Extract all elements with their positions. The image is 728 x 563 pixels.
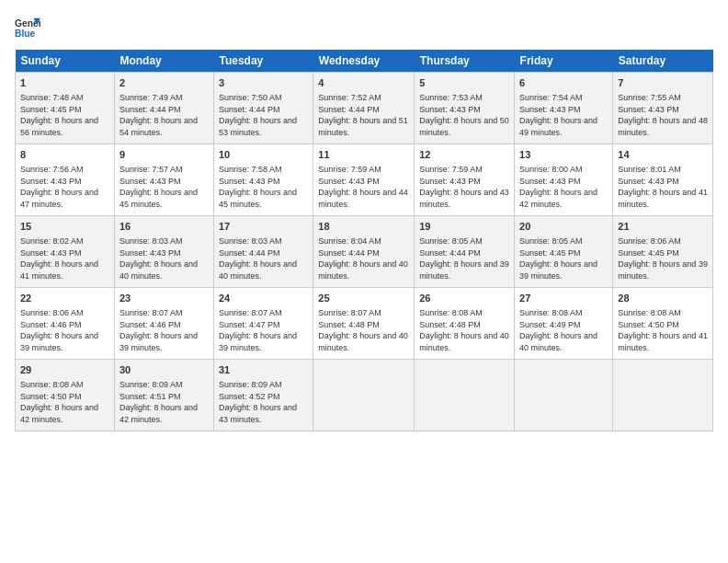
sunset: Sunset: 4:43 PM [519, 177, 581, 186]
sunrise: Sunrise: 7:58 AM [219, 165, 282, 174]
daylight: Daylight: 8 hours and 39 minutes. [119, 331, 198, 352]
sunset: Sunset: 4:48 PM [419, 320, 481, 329]
daylight: Daylight: 8 hours and 40 minutes. [318, 259, 408, 281]
sunrise: Sunrise: 8:03 AM [219, 236, 282, 246]
day-number: 19 [419, 220, 509, 234]
sunrise: Sunrise: 7:52 AM [318, 93, 381, 102]
daylight: Daylight: 8 hours and 41 minutes. [618, 188, 708, 209]
sunset: Sunset: 4:43 PM [618, 177, 679, 186]
calendar-cell: 19Sunrise: 8:05 AMSunset: 4:44 PMDayligh… [415, 216, 515, 288]
calendar-table: SundayMondayTuesdayWednesdayThursdayFrid… [15, 50, 713, 431]
calendar-cell: 5Sunrise: 7:53 AMSunset: 4:43 PMDaylight… [415, 73, 515, 144]
day-number: 17 [219, 220, 308, 234]
sunrise: Sunrise: 8:08 AM [618, 308, 681, 317]
daylight: Daylight: 8 hours and 41 minutes. [20, 259, 98, 281]
day-number: 24 [219, 292, 308, 305]
sunrise: Sunrise: 8:00 AM [519, 165, 583, 174]
day-number: 21 [618, 220, 708, 234]
calendar-cell: 26Sunrise: 8:08 AMSunset: 4:48 PMDayligh… [415, 288, 515, 360]
sunrise: Sunrise: 7:57 AM [119, 165, 183, 174]
sunrise: Sunrise: 8:05 AM [419, 236, 483, 246]
sunrise: Sunrise: 8:06 AM [20, 308, 84, 317]
day-number: 30 [119, 363, 209, 377]
day-number: 13 [519, 148, 608, 162]
day-number: 31 [219, 363, 308, 377]
daylight: Daylight: 8 hours and 43 minutes. [219, 403, 297, 424]
calendar-cell: 31Sunrise: 8:09 AMSunset: 4:52 PMDayligh… [213, 360, 313, 431]
day-number: 26 [419, 292, 509, 305]
sunset: Sunset: 4:43 PM [20, 248, 82, 258]
sunrise: Sunrise: 8:08 AM [419, 308, 483, 317]
day-number: 12 [419, 148, 509, 162]
daylight: Daylight: 8 hours and 42 minutes. [20, 403, 98, 424]
sunset: Sunset: 4:43 PM [219, 177, 280, 186]
day-number: 18 [318, 220, 409, 234]
calendar-cell [613, 360, 713, 431]
day-number: 15 [20, 220, 109, 234]
sunset: Sunset: 4:51 PM [119, 392, 181, 401]
sunset: Sunset: 4:45 PM [618, 248, 679, 258]
weekday-header-tuesday: Tuesday [213, 50, 313, 73]
sunrise: Sunrise: 8:08 AM [519, 308, 583, 317]
calendar-cell: 9Sunrise: 7:57 AMSunset: 4:43 PMDaylight… [114, 144, 213, 216]
daylight: Daylight: 8 hours and 56 minutes. [20, 116, 98, 137]
day-number: 27 [519, 292, 608, 305]
day-number: 22 [20, 292, 109, 305]
sunrise: Sunrise: 7:55 AM [618, 93, 681, 102]
calendar-cell: 15Sunrise: 8:02 AMSunset: 4:43 PMDayligh… [16, 216, 115, 288]
sunset: Sunset: 4:44 PM [119, 105, 181, 114]
day-number: 3 [219, 76, 308, 90]
calendar-cell: 17Sunrise: 8:03 AMSunset: 4:44 PMDayligh… [213, 216, 313, 288]
page: General Blue SundayMondayTuesdayWednesda… [0, 0, 728, 563]
logo-icon: General Blue [15, 15, 40, 40]
daylight: Daylight: 8 hours and 49 minutes. [519, 116, 597, 137]
daylight: Daylight: 8 hours and 54 minutes. [119, 116, 198, 137]
sunset: Sunset: 4:43 PM [119, 248, 181, 258]
sunset: Sunset: 4:49 PM [519, 320, 581, 329]
day-number: 5 [419, 76, 509, 90]
calendar-cell: 29Sunrise: 8:08 AMSunset: 4:50 PMDayligh… [16, 360, 115, 431]
day-number: 16 [119, 220, 209, 234]
daylight: Daylight: 8 hours and 40 minutes. [318, 331, 408, 352]
calendar-cell: 3Sunrise: 7:50 AMSunset: 4:44 PMDaylight… [213, 73, 313, 144]
day-number: 4 [318, 76, 409, 90]
daylight: Daylight: 8 hours and 39 minutes. [419, 259, 509, 281]
daylight: Daylight: 8 hours and 42 minutes. [519, 188, 597, 209]
daylight: Daylight: 8 hours and 44 minutes. [318, 188, 408, 209]
sunrise: Sunrise: 8:06 AM [618, 236, 681, 246]
day-number: 25 [318, 292, 409, 305]
day-number: 11 [318, 148, 409, 162]
sunrise: Sunrise: 7:59 AM [318, 165, 381, 174]
daylight: Daylight: 8 hours and 48 minutes. [618, 116, 708, 137]
calendar-cell: 11Sunrise: 7:59 AMSunset: 4:43 PMDayligh… [313, 144, 415, 216]
weekday-header-wednesday: Wednesday [313, 50, 415, 73]
day-number: 29 [20, 363, 109, 377]
day-number: 14 [618, 148, 708, 162]
sunset: Sunset: 4:44 PM [318, 105, 380, 114]
daylight: Daylight: 8 hours and 40 minutes. [519, 331, 597, 352]
weekday-header-sunday: Sunday [16, 50, 115, 73]
sunset: Sunset: 4:46 PM [119, 320, 181, 329]
daylight: Daylight: 8 hours and 39 minutes. [618, 259, 708, 281]
daylight: Daylight: 8 hours and 39 minutes. [519, 259, 597, 281]
sunset: Sunset: 4:52 PM [219, 392, 280, 401]
calendar-cell: 28Sunrise: 8:08 AMSunset: 4:50 PMDayligh… [613, 288, 713, 360]
sunset: Sunset: 4:44 PM [219, 105, 280, 114]
sunrise: Sunrise: 8:09 AM [119, 380, 183, 389]
sunset: Sunset: 4:50 PM [618, 320, 679, 329]
daylight: Daylight: 8 hours and 53 minutes. [219, 116, 297, 137]
sunrise: Sunrise: 7:49 AM [119, 93, 183, 102]
daylight: Daylight: 8 hours and 39 minutes. [219, 331, 297, 352]
sunrise: Sunrise: 8:07 AM [119, 308, 183, 317]
calendar-cell: 8Sunrise: 7:56 AMSunset: 4:43 PMDaylight… [16, 144, 115, 216]
sunset: Sunset: 4:50 PM [20, 392, 82, 401]
calendar-cell: 22Sunrise: 8:06 AMSunset: 4:46 PMDayligh… [16, 288, 115, 360]
calendar-cell: 6Sunrise: 7:54 AMSunset: 4:43 PMDaylight… [515, 73, 613, 144]
weekday-header-friday: Friday [515, 50, 613, 73]
sunset: Sunset: 4:43 PM [618, 105, 679, 114]
calendar-cell: 21Sunrise: 8:06 AMSunset: 4:45 PMDayligh… [613, 216, 713, 288]
day-number: 2 [119, 76, 209, 90]
daylight: Daylight: 8 hours and 42 minutes. [119, 403, 198, 424]
day-number: 6 [519, 76, 608, 90]
sunrise: Sunrise: 7:56 AM [20, 165, 84, 174]
